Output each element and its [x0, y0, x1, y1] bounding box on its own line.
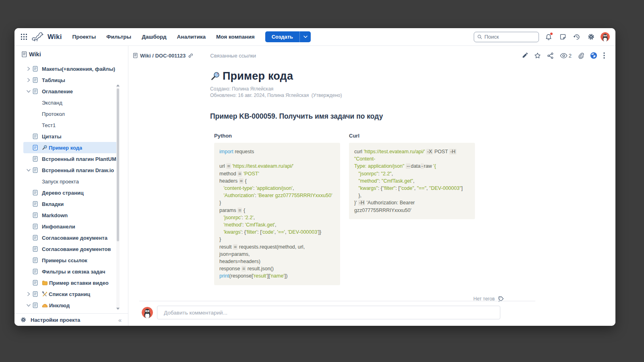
sidebar-item-label: Оглавление — [42, 88, 73, 95]
code-examples: Python import requests url = 'https://te… — [214, 133, 615, 285]
link-icon[interactable] — [188, 53, 193, 58]
related-links[interactable]: Связанные ссылки — [210, 53, 256, 59]
settings-button[interactable] — [586, 33, 595, 41]
create-dropdown-button[interactable] — [299, 31, 311, 42]
nav-item[interactable]: Фильтры — [106, 34, 131, 40]
globe-icon — [590, 52, 597, 59]
chevron-right-icon[interactable] — [25, 67, 32, 71]
sidebar-item[interactable]: Цитаты — [23, 131, 118, 142]
dinosaur-logo-icon[interactable] — [31, 32, 46, 42]
notifications-button[interactable] — [544, 33, 553, 41]
sidebar-item[interactable]: Вкладки — [23, 198, 118, 210]
page-icon — [32, 133, 42, 140]
section-heading: Пример KB-000059. Получить имя задачи по… — [210, 112, 615, 121]
attachments-button[interactable] — [578, 52, 584, 59]
breadcrumb[interactable]: Wiki / DOC-001123 — [132, 53, 193, 59]
breadcrumb-path[interactable]: Wiki / DOC-001123 — [140, 53, 186, 59]
code-line: method = 'POST' — [219, 170, 335, 177]
sidebar-item[interactable]: Оглавление — [23, 86, 118, 97]
comment-input[interactable] — [157, 306, 500, 319]
sidebar-scrollbar[interactable] — [116, 84, 120, 310]
code-line: 'jsonrpc': '2.2', — [219, 214, 335, 221]
sidebar-item-label: Макеты(+вложения, файлы) — [42, 66, 115, 72]
sidebar-item-selected[interactable]: Пример кода — [23, 142, 118, 153]
app-grid-icon[interactable] — [19, 33, 28, 41]
wiki-book-icon — [21, 51, 27, 58]
sidebar-item[interactable]: Макеты(+вложения, файлы) — [23, 63, 118, 74]
chevron-right-icon[interactable] — [25, 78, 32, 82]
topbar-right — [474, 32, 610, 42]
edit-button[interactable] — [522, 52, 528, 59]
chevron-right-icon[interactable] — [25, 292, 32, 296]
sidebar-item[interactable]: Списки страниц — [23, 288, 118, 300]
sidebar-item-label: Тест1 — [42, 122, 56, 128]
share-icon — [547, 52, 554, 59]
sidebar-item[interactable]: Фильтры и связка задач — [23, 266, 118, 277]
chevron-down-icon[interactable] — [25, 90, 32, 93]
sidebar-item[interactable]: Инклюд — [23, 300, 118, 311]
product-name[interactable]: Wiki — [47, 33, 62, 41]
tools-icon — [42, 291, 47, 297]
notes-button[interactable] — [558, 33, 567, 41]
code-line: result = requests.request(method, url, j… — [219, 243, 335, 258]
sidebar-item[interactable]: Инфопанели — [23, 221, 118, 232]
gear-icon — [20, 317, 27, 323]
sidebar-item[interactable]: Тест1 — [23, 119, 118, 131]
collapse-sidebar-button[interactable]: « — [118, 317, 122, 323]
sidebar-item-label: Дерево страниц — [42, 190, 84, 196]
nav-item[interactable]: Проекты — [72, 34, 96, 40]
sidebar-item-label: Пример кода — [49, 145, 82, 151]
page-icon — [32, 201, 42, 207]
more-menu-button[interactable] — [603, 52, 605, 59]
scrollbar-thumb[interactable] — [117, 88, 119, 241]
nav-item[interactable]: Дашборд — [142, 34, 166, 40]
sidebar-item-label: Встроенный плагин Draw.io — [42, 167, 114, 173]
views-indicator[interactable]: 2 — [560, 53, 572, 59]
user-avatar[interactable] — [601, 32, 610, 41]
page-icon — [32, 291, 42, 297]
page-icon — [32, 189, 42, 196]
sidebar-item[interactable]: Таблицы — [23, 74, 118, 86]
search-input[interactable] — [484, 34, 535, 40]
sidebar-item[interactable]: Дерево страниц — [23, 187, 118, 198]
code-line: "kwargs": {"filter": ["code", "==", "DEV… — [354, 185, 470, 192]
history-button[interactable] — [572, 33, 581, 41]
python-code-block[interactable]: import requests url = 'https://test.evat… — [214, 143, 340, 285]
nav-item[interactable]: Моя компания — [216, 34, 255, 40]
public-access-button[interactable] — [590, 52, 597, 59]
sidebar-item[interactable]: Примеры ссылок — [23, 255, 118, 266]
code-line: curl 'https://test.evateam.ru/api/' -X P… — [354, 148, 470, 162]
project-settings[interactable]: Настройки проекта « — [14, 313, 128, 326]
sidebar-item[interactable]: Запуск проекта — [23, 176, 118, 187]
paperclip-icon — [578, 52, 584, 59]
sidebar-item[interactable]: Экспанд — [23, 97, 118, 108]
curl-code-block[interactable]: curl 'https://test.evateam.ru/api/' -X P… — [349, 143, 475, 219]
page-icon — [32, 167, 42, 173]
share-button[interactable] — [547, 52, 554, 59]
page-icon — [32, 268, 42, 275]
folder-icon — [42, 280, 48, 286]
sidebar-item-label: Инфопанели — [42, 224, 75, 230]
code-line: 'content-type': 'application/json', — [219, 185, 335, 192]
nav-item[interactable]: Аналитика — [177, 34, 206, 40]
favorite-button[interactable] — [534, 52, 541, 59]
chevron-down-icon[interactable] — [25, 169, 32, 172]
create-button[interactable]: Создать — [265, 31, 299, 42]
sidebar-item-label: Цитаты — [42, 134, 62, 140]
code-line: }' -H 'Authorization: Bearer gzz077755RR… — [354, 199, 470, 214]
code-line: } — [219, 236, 335, 243]
sidebar-item[interactable]: Встроенный плагин PlantUML — [23, 153, 118, 165]
sidebar-item[interactable]: Согласование документов — [23, 243, 118, 255]
chevron-down-icon[interactable] — [25, 304, 32, 307]
sidebar-item[interactable]: Протокол — [23, 108, 118, 119]
page-icon — [32, 280, 42, 286]
scroll-up-arrow-icon[interactable] — [116, 84, 120, 86]
sidebar-title: Wiki — [29, 51, 41, 58]
sidebar-item[interactable]: Встроенный плагин Draw.io — [23, 165, 118, 176]
kebab-menu-icon — [603, 52, 605, 59]
sidebar-item[interactable]: Пример вставки видео — [23, 277, 118, 288]
scroll-down-arrow-icon[interactable] — [116, 308, 120, 310]
pencil-icon — [522, 52, 528, 59]
sidebar-item[interactable]: Согласование документа — [23, 232, 118, 243]
sidebar-item[interactable]: Markdown — [23, 210, 118, 221]
